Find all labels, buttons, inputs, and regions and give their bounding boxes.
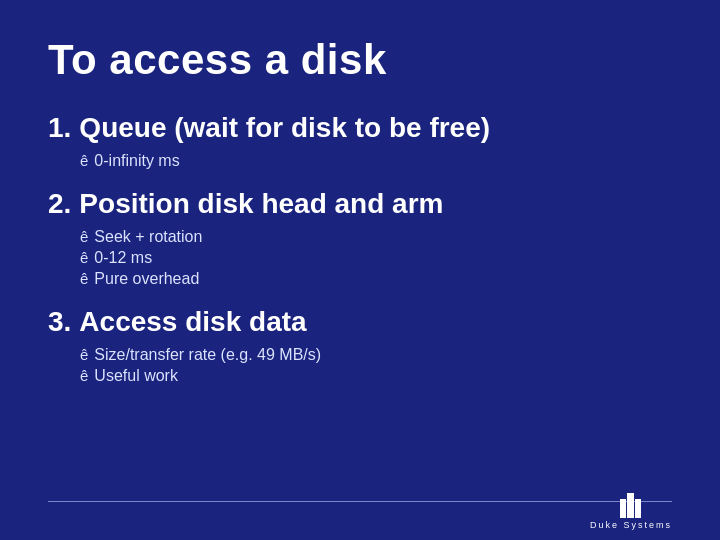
- bullet-char: ê: [80, 152, 88, 169]
- section-1: 1.Queue (wait for disk to be free) ê 0-i…: [48, 112, 672, 170]
- section-2-bullets: ê Seek + rotation ê 0-12 ms ê Pure overh…: [48, 228, 672, 288]
- bullet-char: ê: [80, 346, 88, 363]
- section-1-bullets: ê 0-infinity ms: [48, 152, 672, 170]
- section-3-heading: Access disk data: [79, 306, 306, 337]
- section-2: 2.Position disk head and arm ê Seek + ro…: [48, 188, 672, 288]
- section-1-number: 1.: [48, 112, 71, 143]
- bullet-text: Size/transfer rate (e.g. 49 MB/s): [94, 346, 321, 364]
- duke-logo: Duke Systems: [590, 496, 672, 530]
- bullet-text: Pure overhead: [94, 270, 199, 288]
- list-item: ê 0-infinity ms: [80, 152, 672, 170]
- bullet-char: ê: [80, 270, 88, 287]
- list-item: ê Seek + rotation: [80, 228, 672, 246]
- section-3-number: 3.: [48, 306, 71, 337]
- bullet-text: 0-infinity ms: [94, 152, 179, 170]
- list-item: ê Pure overhead: [80, 270, 672, 288]
- section-3-header: 3.Access disk data: [48, 306, 672, 338]
- bullet-text: 0-12 ms: [94, 249, 152, 267]
- slide-content: 1.Queue (wait for disk to be free) ê 0-i…: [48, 112, 672, 492]
- section-2-heading: Position disk head and arm: [79, 188, 443, 219]
- section-3: 3.Access disk data ê Size/transfer rate …: [48, 306, 672, 385]
- slide-title: To access a disk: [48, 36, 672, 84]
- castle-icon: [620, 496, 641, 518]
- slide: To access a disk 1.Queue (wait for disk …: [0, 0, 720, 540]
- list-item: ê Useful work: [80, 367, 672, 385]
- bullet-char: ê: [80, 249, 88, 266]
- section-2-header: 2.Position disk head and arm: [48, 188, 672, 220]
- list-item: ê Size/transfer rate (e.g. 49 MB/s): [80, 346, 672, 364]
- section-2-number: 2.: [48, 188, 71, 219]
- bullet-text: Useful work: [94, 367, 178, 385]
- bullet-text: Seek + rotation: [94, 228, 202, 246]
- tower-center: [627, 496, 634, 518]
- section-1-header: 1.Queue (wait for disk to be free): [48, 112, 672, 144]
- tower-right: [635, 502, 641, 518]
- duke-brand-text: Duke Systems: [590, 520, 672, 530]
- bottom-divider: [48, 501, 672, 503]
- section-1-heading: Queue (wait for disk to be free): [79, 112, 490, 143]
- list-item: ê 0-12 ms: [80, 249, 672, 267]
- tower-left: [620, 502, 626, 518]
- bullet-char: ê: [80, 367, 88, 384]
- bullet-char: ê: [80, 228, 88, 245]
- section-3-bullets: ê Size/transfer rate (e.g. 49 MB/s) ê Us…: [48, 346, 672, 385]
